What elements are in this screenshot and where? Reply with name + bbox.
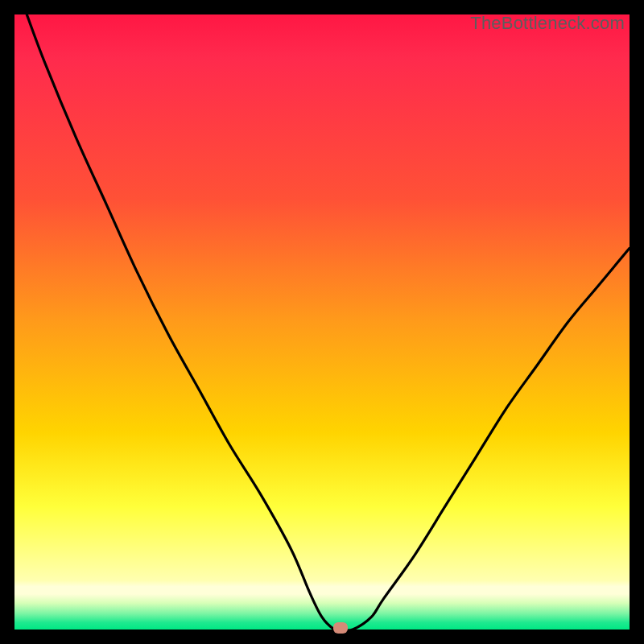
plot-area: TheBottleneck.com xyxy=(14,14,630,630)
chart-frame: TheBottleneck.com xyxy=(0,0,644,644)
bottleneck-curve xyxy=(14,14,630,630)
optimal-point-marker xyxy=(333,622,348,634)
